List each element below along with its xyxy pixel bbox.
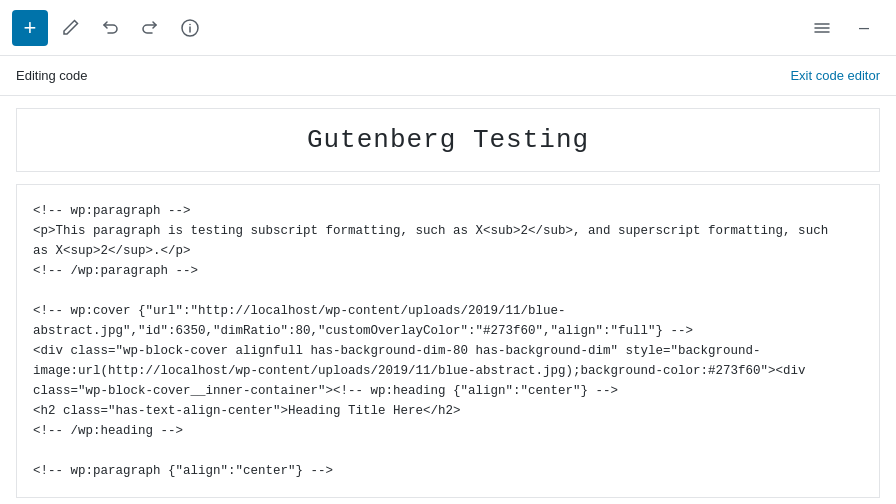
title-area: Gutenberg Testing bbox=[16, 108, 880, 172]
plus-icon: + bbox=[24, 17, 37, 39]
toolbar: + – bbox=[0, 0, 896, 56]
more-options-button[interactable] bbox=[804, 10, 840, 46]
undo-icon bbox=[100, 18, 120, 38]
editing-code-bar: Editing code Exit code editor bbox=[0, 56, 896, 96]
info-button[interactable] bbox=[172, 10, 208, 46]
post-title: Gutenberg Testing bbox=[33, 125, 863, 155]
editing-code-label: Editing code bbox=[16, 68, 88, 83]
add-block-button[interactable]: + bbox=[12, 10, 48, 46]
info-icon bbox=[180, 18, 200, 38]
code-editor-area[interactable]: <!-- wp:paragraph --> <p>This paragraph … bbox=[16, 184, 880, 498]
window-control: – bbox=[859, 17, 869, 38]
pencil-icon bbox=[60, 18, 80, 38]
undo-button[interactable] bbox=[92, 10, 128, 46]
exit-code-editor-link[interactable]: Exit code editor bbox=[790, 68, 880, 83]
hamburger-icon bbox=[812, 18, 832, 38]
redo-icon bbox=[140, 18, 160, 38]
redo-button[interactable] bbox=[132, 10, 168, 46]
svg-point-2 bbox=[189, 23, 191, 25]
edit-icon-button[interactable] bbox=[52, 10, 88, 46]
